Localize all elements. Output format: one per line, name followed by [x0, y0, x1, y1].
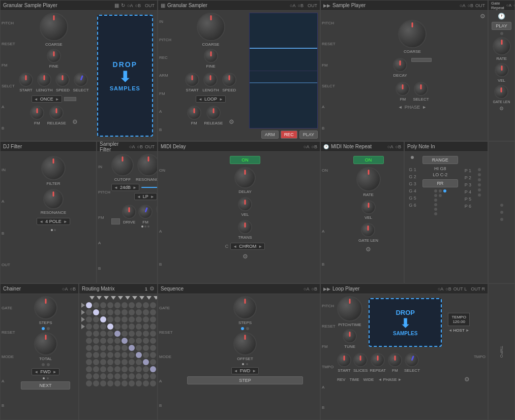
md-vel-knob[interactable] [238, 197, 252, 211]
md-trans-knob[interactable] [238, 220, 252, 234]
djf-resonance-knob[interactable] [43, 189, 64, 209]
mnr-title: MIDI Note Repeat [331, 144, 385, 149]
seq-fwd-right[interactable]: ► [252, 369, 256, 373]
sp-coarse-knob[interactable] [398, 20, 427, 48]
seq-fwd-left[interactable]: ◄ [234, 369, 238, 373]
lp-phase-left[interactable]: ◄ [378, 377, 382, 382]
mnr-gear-icon[interactable]: ⚙ [366, 246, 371, 253]
sf-fm-knob[interactable] [138, 205, 153, 219]
djf-right-arrow[interactable]: ► [64, 219, 68, 224]
md-chrom-right[interactable]: ► [258, 244, 262, 249]
gr-vel-knob[interactable] [495, 63, 509, 77]
drop-zone[interactable]: DROP ⬇ SAMPLES [97, 15, 153, 137]
arm-button[interactable]: ARM [261, 131, 279, 139]
djf-filter-knob[interactable] [41, 156, 66, 180]
sp-decay-knob[interactable] [393, 58, 407, 72]
gs-gear-icon[interactable]: ⚙ [229, 118, 234, 125]
once-right-arrow[interactable]: ► [55, 97, 59, 102]
lp-slices-knob[interactable] [353, 353, 368, 367]
sf-lp-selector[interactable]: ◄ LP ► [134, 193, 157, 200]
gs-coarse-knob[interactable] [197, 13, 225, 41]
gr-rate-knob[interactable] [493, 37, 511, 55]
gs-fm-knob[interactable] [187, 106, 201, 120]
sf-lp-right[interactable]: ► [150, 195, 155, 199]
lp-select-knob[interactable] [405, 353, 419, 367]
fm2-knob[interactable] [30, 106, 44, 120]
ch-fwd-right[interactable]: ► [53, 370, 57, 374]
djf-left-arrow[interactable]: ◄ [39, 219, 43, 224]
gs-fine-knob[interactable] [204, 49, 218, 63]
gs-speed-knob[interactable] [222, 73, 236, 87]
sf-cutoff-knob[interactable] [111, 154, 134, 176]
mnr-gatelen-knob[interactable] [361, 223, 375, 237]
play-button[interactable]: PLAY [299, 131, 318, 139]
lp-fm-knob[interactable] [388, 353, 402, 367]
md-delay-knob[interactable] [234, 167, 256, 188]
sf-24db-right[interactable]: ► [133, 185, 137, 190]
lp-host-right[interactable]: ► [466, 328, 470, 333]
md-chrom-selector[interactable]: ◄ CHROM ► [230, 243, 265, 250]
sp-fm-knob[interactable] [396, 82, 410, 96]
gr-play-button[interactable]: PLAY [492, 22, 511, 30]
sp-phase-left[interactable]: ◄ [398, 105, 403, 110]
mnr-vel-knob[interactable] [361, 200, 376, 214]
select-knob[interactable] [74, 73, 88, 87]
ch-next-button[interactable]: NEXT [21, 381, 70, 390]
gs-start-knob[interactable] [185, 73, 199, 87]
length-knob[interactable] [37, 73, 51, 87]
gs-fine-container: FINE [204, 49, 218, 69]
coarse-knob[interactable] [40, 13, 68, 41]
ch-steps-knob[interactable] [34, 296, 57, 319]
lp-drop-zone[interactable]: DROP ⬇ SAMPLES [369, 298, 442, 347]
sf-lp-left[interactable]: ◄ [137, 195, 141, 199]
sp-phase-right[interactable]: ► [422, 105, 427, 110]
gr-gear-icon[interactable]: ⚙ [499, 106, 504, 111]
lp-phase-right[interactable]: ► [398, 377, 402, 382]
lp-repeat-knob[interactable] [371, 353, 385, 367]
select-knob-container: SELECT [73, 73, 88, 92]
md-gear-icon[interactable]: ⚙ [243, 253, 248, 260]
sf-24db-selector[interactable]: ◄ 24dB ► [111, 184, 139, 191]
rm-gear-icon[interactable]: ⚙ [149, 285, 155, 292]
pni-g3-row [434, 199, 446, 202]
lp-pitchtime-knob[interactable] [337, 296, 362, 321]
sf-24db-left[interactable]: ◄ [114, 185, 118, 190]
release-knob[interactable] [49, 106, 64, 120]
fine-knob[interactable] [47, 49, 61, 63]
lp-tune-knob[interactable] [343, 329, 357, 343]
once-left-arrow[interactable]: ◄ [34, 97, 38, 102]
rec-button[interactable]: REC [281, 131, 297, 139]
mnr-rate-knob[interactable] [356, 167, 381, 191]
gr-gatelen-knob[interactable] [494, 85, 508, 99]
seq-offset-knob[interactable] [233, 332, 257, 356]
seq-step-button[interactable]: STEP [187, 376, 304, 384]
sf-drive-knob[interactable] [122, 205, 136, 219]
ch-fwd-left[interactable]: ◄ [34, 370, 38, 374]
sp-select-knob[interactable] [414, 82, 428, 96]
gs-release-knob[interactable] [206, 106, 221, 120]
djf-pole-selector[interactable]: ◄ 4 POLE ► [37, 218, 70, 225]
lp-host-left[interactable]: ◄ [448, 328, 452, 333]
seq-steps-knob[interactable] [233, 296, 257, 319]
lp-gear-icon[interactable]: ⚙ [464, 376, 470, 383]
md-on-toggle[interactable]: ON [230, 156, 260, 164]
gs-loop-right[interactable]: ► [219, 97, 223, 102]
ch-fwd-selector[interactable]: ◄ FWD ► [32, 368, 59, 375]
once-selector[interactable]: ◄ ONCE ► [32, 95, 62, 103]
gear-icon[interactable]: ⚙ [72, 118, 78, 125]
sp-gear-icon[interactable]: ⚙ [480, 13, 486, 20]
lp-start-knob[interactable] [337, 353, 351, 367]
sf-resonance-knob[interactable] [137, 154, 158, 176]
mnr-on-toggle[interactable]: ON [353, 156, 384, 164]
seq-fwd-selector[interactable]: ◄ FWD ► [231, 367, 259, 374]
sp-select-container: SELECT [413, 82, 429, 102]
speed-knob[interactable] [55, 73, 70, 87]
gs-ab-indicator: ○A ○B [290, 3, 304, 8]
ch-total-knob[interactable] [34, 332, 57, 356]
start-knob[interactable] [19, 73, 33, 87]
md-chrom-left[interactable]: ◄ [233, 244, 237, 249]
gs-loop-selector[interactable]: ◄ LOOP ► [196, 95, 226, 103]
gr-rate-container: RATE [493, 37, 511, 61]
gs-length-knob[interactable] [203, 73, 218, 87]
gs-loop-left[interactable]: ◄ [198, 97, 202, 102]
